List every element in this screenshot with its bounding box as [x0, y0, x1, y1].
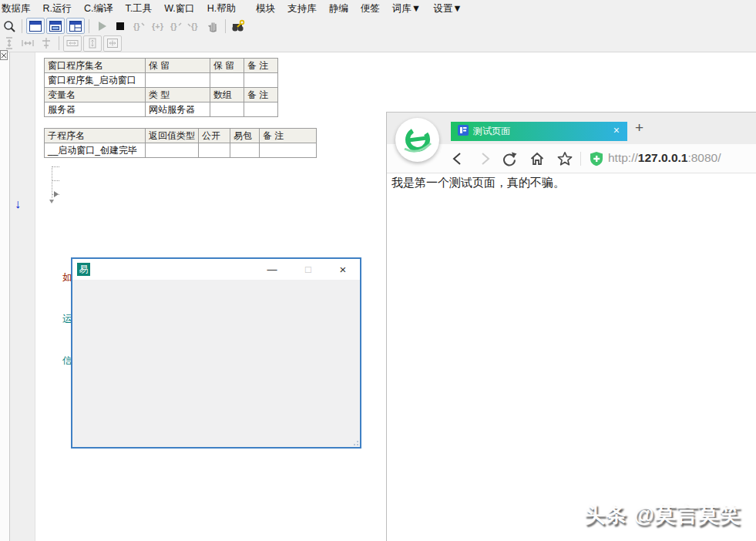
layout-form-view-icon[interactable]	[26, 18, 45, 34]
table-cell[interactable]	[230, 143, 260, 158]
collapsed-panel-strip	[0, 52, 10, 541]
same-size-icon[interactable]	[103, 35, 122, 52]
new-tab-button[interactable]: +	[635, 119, 643, 136]
close-button[interactable]: ×	[331, 259, 354, 280]
table-cell[interactable]	[210, 73, 244, 88]
table-row: 窗口程序集_启动窗口	[45, 73, 278, 88]
browser-nav-bar: http://127.0.0.1:8080/	[387, 144, 756, 173]
header-cell: 返回值类型	[146, 129, 199, 143]
block-end-arrow-icon	[49, 200, 54, 203]
code-tree-line	[52, 166, 52, 198]
menu-item-tools[interactable]: T.工具	[119, 2, 159, 15]
minimize-button[interactable]: —	[260, 259, 284, 280]
menu-item-support-lib[interactable]: 支持库	[281, 2, 323, 15]
header-cell: 子程序名	[45, 129, 146, 143]
table-row: __启动窗口_创建完毕	[45, 143, 317, 158]
table-header-row: 窗口程序集名 保 留 保 留 备 注	[45, 59, 278, 73]
menu-item-module[interactable]: 模块	[250, 2, 281, 15]
space-evenly-horizontal-icon[interactable]	[19, 35, 36, 52]
program-set-table: 窗口程序集名 保 留 保 留 备 注 窗口程序集_启动窗口 变量名 类 型 数组…	[44, 58, 278, 117]
maximize-button: □	[297, 259, 320, 280]
menu-item-window[interactable]: W.窗口	[158, 2, 201, 15]
code-tree-stub	[52, 166, 59, 167]
toolbar-separator	[22, 19, 22, 33]
header-cell: 变量名	[45, 88, 146, 102]
header-cell: 备 注	[260, 129, 317, 143]
zoom-view-icon[interactable]	[1, 18, 18, 34]
menu-item-static-compile[interactable]: 静编	[323, 2, 354, 15]
forward-icon[interactable]	[477, 151, 492, 166]
menu-item-run[interactable]: R.运行	[37, 2, 79, 15]
header-cell: 类 型	[146, 88, 210, 102]
step-out-icon[interactable]: {}	[167, 18, 184, 34]
menu-item-compile[interactable]: C.编译	[78, 2, 119, 15]
tab-title: 测试页面	[473, 125, 510, 138]
menu-bar: 数据库 R.运行 C.编译 T.工具 W.窗口 H.帮助 模块 支持库 静编 便…	[0, 0, 756, 17]
browser-page-content: 我是第一个测试页面，真的不骗。	[387, 173, 756, 541]
editor-gutter	[10, 52, 35, 541]
variable-type-cell[interactable]: 网站服务器	[146, 102, 210, 117]
table-cell[interactable]	[210, 102, 244, 117]
find-icon[interactable]	[230, 18, 247, 34]
app-icon: 易	[77, 263, 90, 276]
table-cell[interactable]	[146, 73, 210, 88]
program-set-name-cell[interactable]: 窗口程序集_启动窗口	[45, 73, 146, 88]
header-cell: 易包	[230, 129, 260, 143]
address-bar[interactable]: http://127.0.0.1:8080/	[608, 151, 721, 165]
svg-text:{}: {}	[170, 22, 177, 31]
menu-item-help[interactable]: H.帮助	[201, 2, 243, 15]
back-icon[interactable]	[450, 151, 465, 166]
page-text: 我是第一个测试页面，真的不骗。	[391, 176, 751, 190]
header-cell: 数组	[210, 88, 244, 102]
layout-split-view-icon[interactable]	[66, 18, 85, 34]
page-favicon	[458, 125, 469, 139]
toolbar-main: {} {+} {} {}	[0, 17, 756, 35]
space-evenly-vertical-icon[interactable]	[1, 35, 18, 52]
security-shield-icon[interactable]	[589, 151, 604, 166]
url-port: :8080/	[687, 151, 721, 164]
table-cell[interactable]	[244, 102, 278, 117]
same-height-icon[interactable]	[83, 35, 102, 52]
resize-grip[interactable]	[353, 440, 359, 446]
tab-close-icon[interactable]: ×	[613, 124, 620, 136]
step-over-icon[interactable]: {+}	[149, 18, 166, 34]
reload-icon[interactable]	[502, 151, 517, 166]
pause-hand-icon[interactable]	[204, 18, 221, 34]
run-to-cursor-icon[interactable]: {}	[186, 18, 203, 34]
panel-close-icon[interactable]	[0, 50, 8, 60]
center-in-form-icon[interactable]	[38, 35, 55, 52]
table-cell[interactable]	[244, 73, 278, 88]
toolbar-separator	[89, 19, 89, 33]
table-cell[interactable]	[260, 143, 317, 158]
menu-item-database[interactable]: 数据库	[0, 2, 37, 15]
toolbar-separator	[225, 19, 226, 33]
favorites-star-icon[interactable]	[557, 151, 573, 166]
menu-item-notes[interactable]: 便签	[354, 2, 386, 15]
same-width-icon[interactable]	[63, 35, 82, 52]
table-header-row: 变量名 类 型 数组 备 注	[45, 88, 278, 102]
app-window: 易 — □ ×	[71, 257, 361, 449]
step-into-icon[interactable]: {}	[130, 18, 147, 34]
variable-name-cell[interactable]: 服务器	[45, 102, 146, 117]
code-tree-stub	[52, 180, 59, 181]
menu-item-settings[interactable]: 设置▼	[427, 2, 468, 15]
menu-item-lexicon[interactable]: 词库▼	[386, 2, 427, 15]
watermark-text: 头条 @莫言莫笑	[584, 501, 741, 529]
table-cell[interactable]	[146, 143, 199, 158]
table-header-row: 子程序名 返回值类型 公开 易包 备 注	[45, 129, 317, 143]
browser-tab[interactable]: 测试页面 ×	[451, 122, 627, 141]
header-cell: 备 注	[244, 88, 278, 102]
toolbar-separator	[59, 36, 59, 50]
nav-separator	[580, 152, 581, 166]
table-cell[interactable]	[199, 143, 230, 158]
subroutine-name-cell[interactable]: __启动窗口_创建完毕	[45, 143, 146, 158]
current-line-arrow-icon	[54, 191, 59, 197]
app-title-bar[interactable]: 易 — □ ×	[72, 259, 360, 280]
browser-logo[interactable]	[395, 118, 439, 162]
home-icon[interactable]	[529, 151, 545, 166]
header-cell: 保 留	[146, 59, 210, 73]
layout-code-view-icon[interactable]	[46, 18, 65, 34]
header-cell: 窗口程序集名	[45, 59, 146, 73]
stop-icon[interactable]	[112, 18, 129, 34]
run-icon[interactable]	[93, 18, 110, 34]
